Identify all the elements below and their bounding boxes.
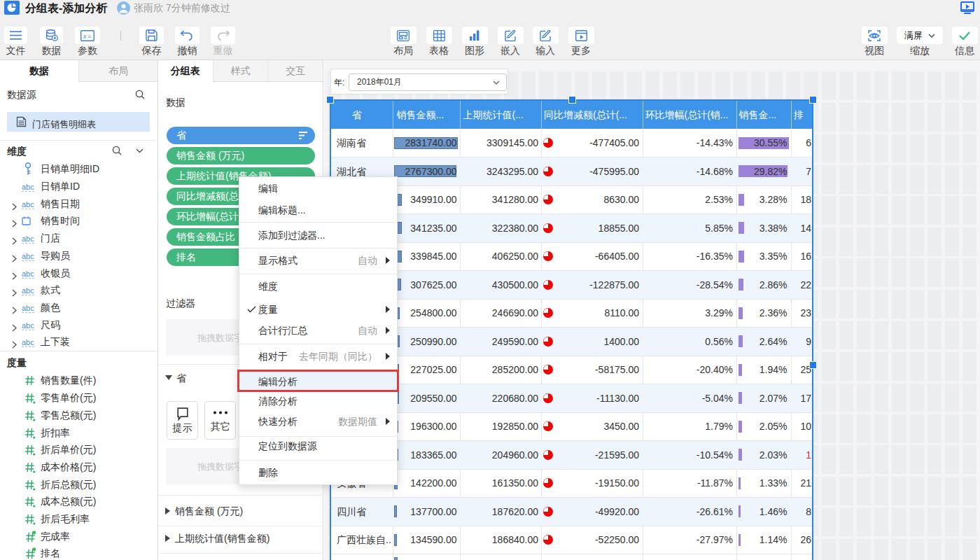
svg-text:x: x xyxy=(83,31,87,39)
svg-text:=: = xyxy=(88,32,91,39)
